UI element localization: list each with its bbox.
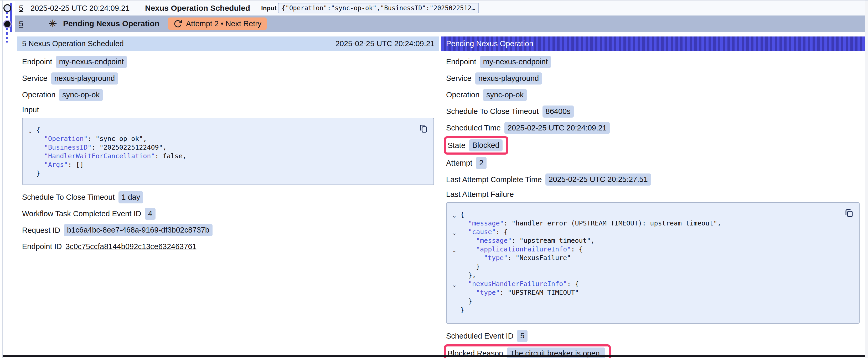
pending-asterisk-icon: ✳︎ <box>48 19 57 29</box>
code-line: "type": "UPSTREAM_TIMEOUT" <box>451 288 841 297</box>
code-line: "Operation": "sync-op-ok", <box>27 134 415 143</box>
code-text: } <box>460 263 480 270</box>
last-attempt-failure-label: Last Attempt Failure <box>446 190 860 199</box>
field-label: Endpoint ID <box>22 242 62 251</box>
copy-icon[interactable] <box>844 207 854 219</box>
code-text: "type": "NexusFailure" <box>460 254 571 262</box>
code-line: "message": "handler error (UPSTREAM_TIME… <box>451 219 841 228</box>
code-text: } <box>460 306 464 314</box>
code-text: } <box>36 169 40 177</box>
code-line: } <box>451 305 841 314</box>
field-row: Schedule To Close Timeout1 day <box>22 191 434 203</box>
field-row: Attempt2 <box>446 157 860 169</box>
code-line: "Args": [] <box>27 160 415 169</box>
copy-icon[interactable] <box>418 123 429 135</box>
input-section-label: Input <box>22 105 434 114</box>
pending-operation-header-title: Pending Nexus Operation <box>446 39 533 48</box>
vertical-scrollbar[interactable] <box>865 1 868 358</box>
timeline-dashed-line <box>6 11 8 20</box>
field-row: Endpointmy-nexus-endpoint <box>22 56 434 68</box>
event-history-view: 5 2025-02-25 UTC 20:24:09.21 Nexus Opera… <box>0 0 868 358</box>
event-detail-panel: 5 Nexus Operation Scheduled 2025-02-25 U… <box>17 36 439 355</box>
field-row: Endpoint ID3c0c75ccfa8144b092c13ce632463… <box>22 241 434 252</box>
code-line: } <box>451 262 841 271</box>
code-line: } <box>27 169 415 178</box>
state-highlight-box: State Blocked <box>444 136 508 155</box>
state-value-badge: Blocked <box>469 139 502 152</box>
pending-operation-header: Pending Nexus Operation <box>441 36 865 51</box>
event-id-link[interactable]: 5 <box>19 4 23 12</box>
state-label: State <box>448 141 466 150</box>
pending-operation-fields-mid: Attempt2Last Attempt Complete Time2025-0… <box>446 157 860 186</box>
pending-operation-panel: Pending Nexus Operation Endpointmy-nexus… <box>441 36 865 355</box>
code-text: }, <box>460 271 476 279</box>
field-label: Workflow Task Completed Event ID <box>22 209 141 218</box>
field-value-badge: 2025-02-25 UTC 20:24:09.21 <box>504 122 610 134</box>
field-label: Endpoint <box>22 58 52 66</box>
outer-border <box>2 1 3 358</box>
field-row: Operationsync-op-ok <box>22 89 434 101</box>
field-label: Operation <box>446 91 479 99</box>
code-line: "type": "NexusFailure" <box>451 254 841 262</box>
timeline-node-current-icon[interactable] <box>3 20 11 28</box>
field-row: Request IDb1c6a4bc-8ee7-468a-9169-df3b02… <box>22 224 434 236</box>
field-label: Operation <box>22 91 56 99</box>
field-label: Schedule To Close Timeout <box>22 193 115 202</box>
field-row: Endpointmy-nexus-endpoint <box>446 56 860 68</box>
field-value-link[interactable]: 3c0c75ccfa8144b092c13ce632463761 <box>66 242 196 251</box>
event-input-preview[interactable]: {"Operation":"sync-op-ok","BusinessID":"… <box>278 3 479 13</box>
field-label: Service <box>22 74 48 83</box>
field-label: Last Attempt Complete Time <box>446 175 542 184</box>
event-timestamp: 2025-02-25 UTC 20:24:09.21 <box>30 4 129 12</box>
field-value-badge: b1c6a4bc-8ee7-468a-9169-df3b02c8737b <box>64 224 213 236</box>
code-text: "applicationFailureInfo": { <box>460 246 583 253</box>
field-value-badge: 2 <box>476 157 487 169</box>
field-label: Scheduled Time <box>446 124 501 132</box>
code-text: "message": "upstream timeout", <box>460 237 595 245</box>
event-detail-header-title: 5 Nexus Operation Scheduled <box>22 39 124 48</box>
field-row: Schedule To Close Timeout86400s <box>446 105 860 118</box>
field-label: Attempt <box>446 159 472 167</box>
code-text: } <box>460 297 472 305</box>
scheduled-event-id-label: Scheduled Event ID <box>446 332 513 340</box>
field-row: Servicenexus-playground <box>446 72 860 85</box>
retry-badge-label: Attempt 2 • Next Retry <box>186 20 261 28</box>
field-row: Servicenexus-playground <box>22 72 434 85</box>
code-line: ⌄"applicationFailureInfo": { <box>451 245 841 254</box>
field-row: Last Attempt Complete Time2025-02-25 UTC… <box>446 173 860 186</box>
code-text: "cause": { <box>460 228 508 236</box>
field-value-badge: 2025-02-25 UTC 20:25:27.51 <box>546 173 651 186</box>
pending-nexus-operation-row[interactable]: 5 ✳︎ Pending Nexus Operation Attempt 2 •… <box>15 15 865 32</box>
code-text: "Args": [] <box>36 161 84 168</box>
input-json-viewer: ⌄{"Operation": "sync-op-ok","BusinessID"… <box>22 118 434 185</box>
field-value-badge: 1 day <box>119 191 144 203</box>
code-text: "BusinessID": "20250225122409", <box>36 143 167 151</box>
retry-attempt-badge: Attempt 2 • Next Retry <box>168 18 267 30</box>
field-value-badge: sync-op-ok <box>59 89 103 101</box>
code-line: } <box>451 297 841 305</box>
event-title: Nexus Operation Scheduled <box>145 4 250 12</box>
code-line: ⌄"cause": { <box>451 228 841 236</box>
field-row: Operationsync-op-ok <box>446 89 860 101</box>
failure-json-viewer: ⌄{"message": "handler error (UPSTREAM_TI… <box>446 202 860 324</box>
code-text: "nexusHandlerFailureInfo": { <box>460 280 579 288</box>
pending-title: Pending Nexus Operation <box>63 19 159 28</box>
field-label: Request ID <box>22 226 60 235</box>
timeline-node-open-icon[interactable] <box>3 4 11 12</box>
field-label: Endpoint <box>446 58 476 66</box>
code-line: "HandlerWaitForCancellation": false, <box>27 152 415 160</box>
event-row-nexus-operation-scheduled[interactable]: 5 2025-02-25 UTC 20:24:09.21 Nexus Opera… <box>15 1 865 15</box>
code-line: "BusinessID": "20250225122409", <box>27 143 415 152</box>
field-row: Workflow Task Completed Event ID4 <box>22 208 434 220</box>
event-detail-fields: Endpointmy-nexus-endpointServicenexus-pl… <box>22 56 434 101</box>
event-detail-header-timestamp: 2025-02-25 UTC 20:24:09.21 <box>336 39 435 48</box>
field-row: Scheduled Time2025-02-25 UTC 20:24:09.21 <box>446 122 860 134</box>
bottom-divider <box>3 355 865 357</box>
field-value-badge: 86400s <box>542 105 574 118</box>
pending-event-id-link[interactable]: 5 <box>19 19 23 28</box>
code-line: ⌄"nexusHandlerFailureInfo": { <box>451 280 841 288</box>
event-detail-fields-bottom: Schedule To Close Timeout1 dayWorkflow T… <box>22 191 434 253</box>
code-text: "message": "handler error (UPSTREAM_TIME… <box>460 220 721 227</box>
code-text: { <box>460 211 464 218</box>
code-text: { <box>36 126 40 134</box>
